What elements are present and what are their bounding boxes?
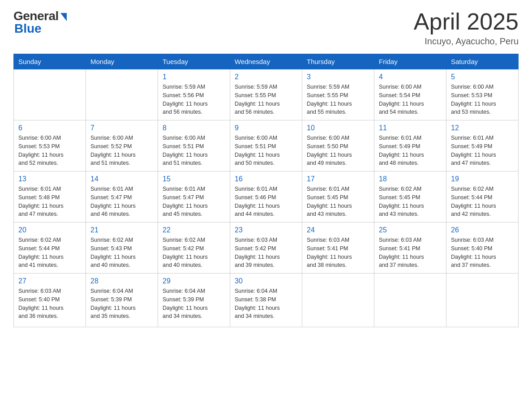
day-number: 1 [163, 73, 225, 81]
day-cell: 18Sunrise: 6:02 AMSunset: 5:45 PMDayligh… [374, 171, 446, 223]
day-cell: 27Sunrise: 6:03 AMSunset: 5:40 PMDayligh… [14, 274, 86, 327]
column-header-saturday: Saturday [446, 54, 519, 69]
day-cell [302, 274, 374, 327]
day-number: 24 [307, 226, 369, 234]
day-info: Sunrise: 5:59 AMSunset: 5:55 PMDaylight:… [235, 83, 297, 116]
day-info: Sunrise: 6:00 AMSunset: 5:50 PMDaylight:… [307, 134, 369, 167]
day-cell: 1Sunrise: 5:59 AMSunset: 5:56 PMDaylight… [158, 69, 230, 120]
day-cell: 10Sunrise: 6:00 AMSunset: 5:50 PMDayligh… [302, 120, 374, 171]
day-info: Sunrise: 6:01 AMSunset: 5:47 PMDaylight:… [90, 185, 153, 218]
day-number: 28 [90, 277, 153, 285]
day-info: Sunrise: 6:04 AMSunset: 5:39 PMDaylight:… [90, 287, 153, 321]
day-cell: 2Sunrise: 5:59 AMSunset: 5:55 PMDaylight… [230, 69, 302, 120]
day-info: Sunrise: 6:03 AMSunset: 5:41 PMDaylight:… [307, 236, 369, 270]
column-header-monday: Monday [86, 54, 158, 69]
day-number: 4 [379, 73, 442, 81]
day-number: 3 [307, 73, 369, 81]
day-number: 17 [307, 175, 369, 183]
day-number: 22 [163, 226, 225, 234]
week-row-5: 27Sunrise: 6:03 AMSunset: 5:40 PMDayligh… [14, 274, 519, 327]
day-cell: 14Sunrise: 6:01 AMSunset: 5:47 PMDayligh… [86, 171, 158, 223]
day-info: Sunrise: 6:02 AMSunset: 5:45 PMDaylight:… [379, 185, 442, 218]
day-cell: 25Sunrise: 6:03 AMSunset: 5:41 PMDayligh… [374, 223, 446, 274]
day-number: 7 [90, 124, 153, 132]
week-row-1: 1Sunrise: 5:59 AMSunset: 5:56 PMDaylight… [14, 69, 519, 120]
day-info: Sunrise: 6:02 AMSunset: 5:42 PMDaylight:… [163, 236, 225, 270]
day-info: Sunrise: 6:02 AMSunset: 5:44 PMDaylight:… [18, 236, 81, 270]
column-header-friday: Friday [374, 54, 446, 69]
day-info: Sunrise: 6:00 AMSunset: 5:53 PMDaylight:… [18, 134, 81, 167]
day-cell: 9Sunrise: 6:00 AMSunset: 5:51 PMDaylight… [230, 120, 302, 171]
day-number: 27 [18, 277, 81, 285]
day-number: 23 [235, 226, 297, 234]
day-cell: 21Sunrise: 6:02 AMSunset: 5:43 PMDayligh… [86, 223, 158, 274]
day-cell: 24Sunrise: 6:03 AMSunset: 5:41 PMDayligh… [302, 223, 374, 274]
day-cell: 13Sunrise: 6:01 AMSunset: 5:48 PMDayligh… [14, 171, 86, 223]
day-cell: 12Sunrise: 6:01 AMSunset: 5:49 PMDayligh… [446, 120, 519, 171]
day-number: 30 [235, 277, 297, 285]
day-info: Sunrise: 6:01 AMSunset: 5:45 PMDaylight:… [307, 185, 369, 218]
day-info: Sunrise: 6:00 AMSunset: 5:53 PMDaylight:… [451, 83, 514, 116]
day-number: 18 [379, 175, 442, 183]
day-number: 5 [451, 73, 514, 81]
title-block: April 2025 Incuyo, Ayacucho, Peru [414, 9, 519, 47]
calendar-title: April 2025 [414, 9, 519, 34]
day-number: 12 [451, 124, 514, 132]
day-number: 14 [90, 175, 153, 183]
header-row: SundayMondayTuesdayWednesdayThursdayFrid… [14, 54, 519, 69]
day-cell [374, 274, 446, 327]
logo-blue-text: Blue [13, 21, 42, 36]
day-number: 19 [451, 175, 514, 183]
day-info: Sunrise: 6:01 AMSunset: 5:48 PMDaylight:… [18, 185, 81, 218]
day-info: Sunrise: 6:00 AMSunset: 5:52 PMDaylight:… [90, 134, 153, 167]
day-info: Sunrise: 6:03 AMSunset: 5:41 PMDaylight:… [379, 236, 442, 270]
day-cell: 20Sunrise: 6:02 AMSunset: 5:44 PMDayligh… [14, 223, 86, 274]
day-number: 8 [163, 124, 225, 132]
day-number: 26 [451, 226, 514, 234]
day-number: 20 [18, 226, 81, 234]
day-cell: 3Sunrise: 5:59 AMSunset: 5:55 PMDaylight… [302, 69, 374, 120]
day-cell: 15Sunrise: 6:01 AMSunset: 5:47 PMDayligh… [158, 171, 230, 223]
day-info: Sunrise: 6:02 AMSunset: 5:44 PMDaylight:… [451, 185, 514, 218]
day-cell: 23Sunrise: 6:03 AMSunset: 5:42 PMDayligh… [230, 223, 302, 274]
day-cell: 4Sunrise: 6:00 AMSunset: 5:54 PMDaylight… [374, 69, 446, 120]
column-header-wednesday: Wednesday [230, 54, 302, 69]
day-cell: 8Sunrise: 6:00 AMSunset: 5:51 PMDaylight… [158, 120, 230, 171]
day-number: 15 [163, 175, 225, 183]
day-info: Sunrise: 6:04 AMSunset: 5:38 PMDaylight:… [235, 287, 297, 321]
day-number: 21 [90, 226, 153, 234]
day-info: Sunrise: 6:02 AMSunset: 5:43 PMDaylight:… [90, 236, 153, 270]
day-cell: 30Sunrise: 6:04 AMSunset: 5:38 PMDayligh… [230, 274, 302, 327]
day-cell: 22Sunrise: 6:02 AMSunset: 5:42 PMDayligh… [158, 223, 230, 274]
day-info: Sunrise: 6:03 AMSunset: 5:42 PMDaylight:… [235, 236, 297, 270]
day-cell: 28Sunrise: 6:04 AMSunset: 5:39 PMDayligh… [86, 274, 158, 327]
day-number: 13 [18, 175, 81, 183]
day-info: Sunrise: 6:01 AMSunset: 5:47 PMDaylight:… [163, 185, 225, 218]
day-info: Sunrise: 6:01 AMSunset: 5:49 PMDaylight:… [451, 134, 514, 167]
day-cell [86, 69, 158, 120]
day-info: Sunrise: 6:04 AMSunset: 5:39 PMDaylight:… [163, 287, 225, 321]
day-number: 9 [235, 124, 297, 132]
day-cell: 19Sunrise: 6:02 AMSunset: 5:44 PMDayligh… [446, 171, 519, 223]
day-cell: 17Sunrise: 6:01 AMSunset: 5:45 PMDayligh… [302, 171, 374, 223]
day-cell: 7Sunrise: 6:00 AMSunset: 5:52 PMDaylight… [86, 120, 158, 171]
day-info: Sunrise: 6:03 AMSunset: 5:40 PMDaylight:… [18, 287, 81, 321]
day-number: 6 [18, 124, 81, 132]
day-info: Sunrise: 5:59 AMSunset: 5:55 PMDaylight:… [307, 83, 369, 116]
week-row-2: 6Sunrise: 6:00 AMSunset: 5:53 PMDaylight… [14, 120, 519, 171]
day-cell [446, 274, 519, 327]
column-header-thursday: Thursday [302, 54, 374, 69]
page-header: General Blue April 2025 Incuyo, Ayacucho… [13, 9, 519, 47]
day-cell [14, 69, 86, 120]
logo: General Blue [13, 9, 67, 36]
day-number: 10 [307, 124, 369, 132]
day-cell: 5Sunrise: 6:00 AMSunset: 5:53 PMDaylight… [446, 69, 519, 120]
day-info: Sunrise: 5:59 AMSunset: 5:56 PMDaylight:… [163, 83, 225, 116]
week-row-4: 20Sunrise: 6:02 AMSunset: 5:44 PMDayligh… [14, 223, 519, 274]
logo-arrow-icon [60, 13, 67, 21]
calendar-table: SundayMondayTuesdayWednesdayThursdayFrid… [13, 54, 519, 327]
day-number: 16 [235, 175, 297, 183]
day-cell: 16Sunrise: 6:01 AMSunset: 5:46 PMDayligh… [230, 171, 302, 223]
day-info: Sunrise: 6:01 AMSunset: 5:49 PMDaylight:… [379, 134, 442, 167]
day-number: 11 [379, 124, 442, 132]
